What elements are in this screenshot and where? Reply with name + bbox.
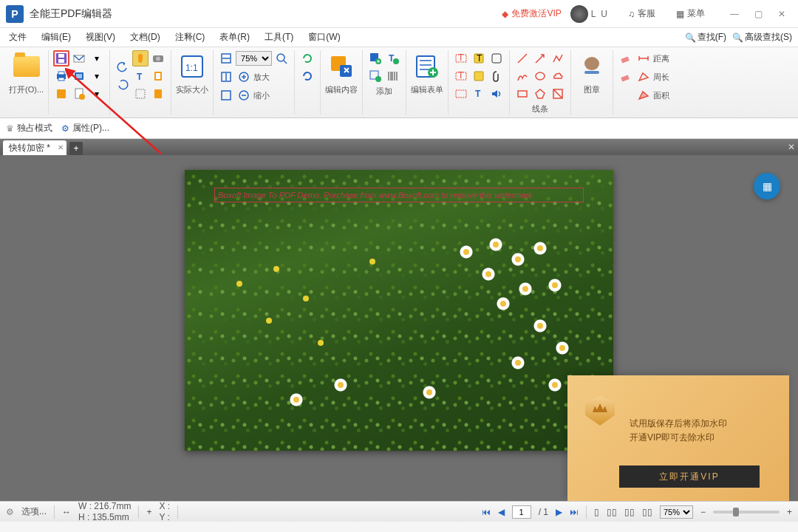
link-button[interactable] xyxy=(488,50,505,66)
gear-icon[interactable]: ⚙ xyxy=(6,507,14,517)
zoom-slider[interactable] xyxy=(713,511,780,514)
single-page-view[interactable]: ▯ xyxy=(594,507,599,517)
options-button[interactable]: 选项... xyxy=(21,505,47,518)
document-tab[interactable]: 快转加密 * ✕ xyxy=(3,140,66,155)
export-button[interactable] xyxy=(53,86,69,102)
first-page-button[interactable]: ⏮ xyxy=(482,507,491,517)
toggle-icon[interactable]: ↔ xyxy=(62,507,71,517)
fit-width-button[interactable] xyxy=(218,50,234,66)
add-text-button[interactable]: T xyxy=(385,50,401,66)
select-tool[interactable] xyxy=(132,86,149,102)
mail-button[interactable] xyxy=(71,50,87,66)
next-page-button[interactable]: ▶ xyxy=(556,507,562,517)
canvas-viewport[interactable]: ▦ Boxoft Image To PDF Demo. Purchase fro… xyxy=(0,155,798,501)
fit-height-button[interactable] xyxy=(218,69,234,85)
close-tab-icon[interactable]: ✕ xyxy=(58,143,64,151)
eraser2-tool[interactable] xyxy=(618,69,634,85)
save-button[interactable] xyxy=(53,50,69,66)
menu-comment[interactable]: 注释(C) xyxy=(172,30,208,45)
activate-vip-link[interactable]: ◆ 免费激活VIP xyxy=(502,7,561,20)
minimize-button[interactable]: — xyxy=(724,5,745,23)
clipboard-tool[interactable] xyxy=(150,68,166,84)
zoom-out-status[interactable]: − xyxy=(700,507,706,517)
statusbar-zoom-select[interactable]: 75% xyxy=(660,505,693,519)
stamp-tool[interactable] xyxy=(576,50,608,83)
maximize-button[interactable]: ▢ xyxy=(748,5,768,23)
pencil-tool[interactable] xyxy=(514,68,531,84)
zoom-select[interactable]: 75% xyxy=(236,51,272,66)
note-button[interactable]: T xyxy=(471,50,487,66)
text-markup-button[interactable]: T xyxy=(471,86,487,102)
arrow-tool[interactable] xyxy=(532,50,548,66)
menu-button[interactable]: ▦ 菜单 xyxy=(669,4,712,23)
find-button[interactable]: 🔍查找(F) xyxy=(685,31,726,44)
zoom-out-button[interactable] xyxy=(236,87,252,103)
prev-page-button[interactable]: ◀ xyxy=(498,507,505,517)
menu-form[interactable]: 表单(R) xyxy=(216,30,253,45)
menu-edit[interactable]: 编辑(E) xyxy=(38,30,74,45)
activate-vip-button[interactable]: 立即开通VIP xyxy=(619,466,760,488)
hand-tool[interactable] xyxy=(132,50,149,66)
add-shape-button[interactable] xyxy=(367,68,383,84)
close-button[interactable]: ✕ xyxy=(771,5,792,23)
sound-button[interactable] xyxy=(488,86,505,102)
exclusive-mode-button[interactable]: ♛ 独占模式 xyxy=(6,122,52,134)
eraser-tool[interactable] xyxy=(618,50,634,66)
menu-document[interactable]: 文档(D) xyxy=(127,30,163,45)
page-thumbnail-icon[interactable]: ▦ xyxy=(754,173,780,200)
add-tab-button[interactable]: + xyxy=(69,142,83,155)
dropdown-icon[interactable]: ▾ xyxy=(89,86,105,102)
reload-button[interactable] xyxy=(299,68,316,84)
area-tool[interactable] xyxy=(635,87,652,103)
watermark-box[interactable]: Boxoft Image To PDF Demo. Purchase from … xyxy=(214,188,584,202)
curve-tool[interactable] xyxy=(550,86,566,102)
dropdown-icon[interactable]: ▾ xyxy=(89,68,105,84)
polygon-tool[interactable] xyxy=(532,86,548,102)
scan-button[interactable] xyxy=(71,68,87,84)
rect-tool[interactable] xyxy=(514,86,531,102)
fit-page-button[interactable] xyxy=(218,87,234,103)
distance-tool[interactable] xyxy=(635,50,652,66)
refresh-button[interactable] xyxy=(299,50,316,66)
textbox-button[interactable]: T xyxy=(453,68,469,84)
add-barcode-button[interactable] xyxy=(385,68,401,84)
menu-tool[interactable]: 工具(T) xyxy=(262,30,296,45)
menu-window[interactable]: 窗口(W) xyxy=(305,30,343,45)
highlight-button[interactable]: T xyxy=(453,50,469,66)
close-all-icon[interactable]: ✕ xyxy=(788,142,795,152)
add-image-button[interactable] xyxy=(367,50,383,66)
cloud-tool[interactable] xyxy=(550,68,566,84)
new-doc-button[interactable] xyxy=(71,86,87,102)
continuous-view[interactable]: ▯▯ xyxy=(607,507,617,517)
user-name[interactable]: L U xyxy=(591,9,609,19)
actual-size-button[interactable]: 1:1 xyxy=(176,50,208,83)
avatar[interactable] xyxy=(570,5,588,23)
facing-view[interactable]: ▯▯ xyxy=(624,507,635,517)
edit-form-button[interactable] xyxy=(411,50,443,83)
oval-tool[interactable] xyxy=(532,68,548,84)
open-button[interactable] xyxy=(10,50,43,83)
menu-view[interactable]: 视图(V) xyxy=(83,30,118,45)
menu-file[interactable]: 文件 xyxy=(6,30,30,45)
stamp-button[interactable] xyxy=(471,68,487,84)
perimeter-tool[interactable] xyxy=(635,69,652,85)
polyline-tool[interactable] xyxy=(550,50,566,66)
attach-button[interactable] xyxy=(488,68,505,84)
dropdown-icon[interactable]: ▾ xyxy=(89,50,105,66)
zoom-tool[interactable] xyxy=(273,50,290,66)
rotate-button[interactable] xyxy=(115,77,131,93)
zoom-in-status[interactable]: + xyxy=(787,507,792,517)
camera-tool[interactable] xyxy=(150,50,166,66)
line-tool[interactable] xyxy=(514,50,531,66)
print-button[interactable] xyxy=(53,68,69,84)
document-page[interactable]: Boxoft Image To PDF Demo. Purchase from … xyxy=(185,170,613,451)
paste-tool[interactable] xyxy=(150,86,166,102)
advanced-find-button[interactable]: 🔍高级查找(S) xyxy=(732,31,792,44)
properties-button[interactable]: ⚙ 属性(P)... xyxy=(61,122,109,134)
page-input[interactable] xyxy=(512,505,531,519)
edit-content-button[interactable] xyxy=(325,50,358,83)
undo-button[interactable] xyxy=(115,59,131,75)
zoom-in-button[interactable] xyxy=(236,69,252,85)
continuous-facing-view[interactable]: ▯▯ xyxy=(642,507,652,517)
support-button[interactable]: ♫ 客服 xyxy=(621,4,663,23)
